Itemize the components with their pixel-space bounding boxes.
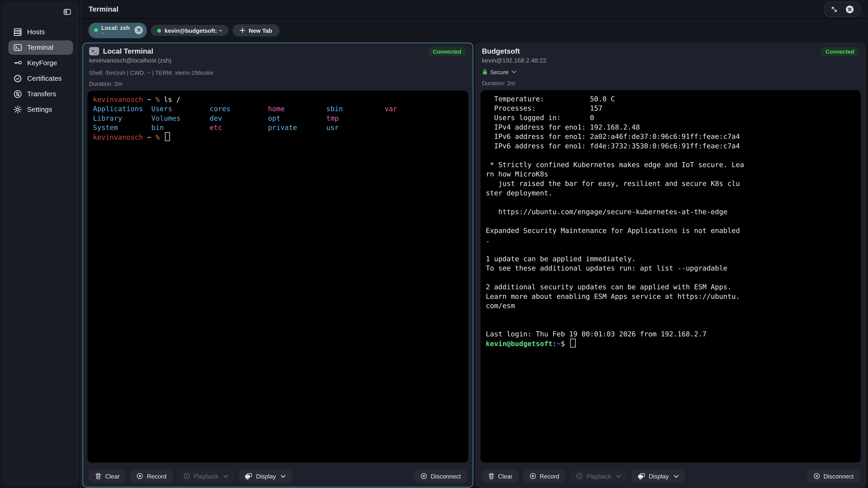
terminal-line: To see these additional updates run: apt… <box>486 263 855 273</box>
sidebar-item-keyforge[interactable]: KeyForge <box>8 56 73 70</box>
disconnect-icon <box>420 473 427 480</box>
tab-bar: Local: zsh ~ kevin@budgetsoft: ~ New Tab <box>81 19 868 42</box>
tab-close-icon <box>136 28 141 32</box>
sidebar-item-settings[interactable]: Settings <box>8 102 73 117</box>
terminal-line: IPv4 address for eno1: 192.168.2.48 <box>486 122 855 132</box>
titlebar: Terminal <box>81 0 868 19</box>
trash-icon <box>488 473 495 480</box>
sidebar-item-transfers[interactable]: Transfers <box>8 87 73 101</box>
local-pane-duration: Duration: 2m <box>89 80 214 87</box>
playback-button[interactable]: Playback <box>177 470 235 483</box>
terminal-line: 2 additional security updates can be app… <box>486 282 855 292</box>
sidebar-item-terminal[interactable]: Terminal <box>8 40 73 55</box>
terminal-line <box>486 151 855 160</box>
key-icon <box>13 59 22 68</box>
chevron-down-icon <box>281 475 286 478</box>
terminal-line: Library Volumes dev opt tmp <box>93 113 463 123</box>
terminal-line: System bin etc private usr <box>93 123 463 132</box>
display-label: Display <box>649 473 669 479</box>
terminal-cursor <box>570 339 576 348</box>
sidebar-panel: Hosts Terminal KeyForge <box>3 3 78 485</box>
display-button[interactable]: Display <box>631 470 685 483</box>
terminal-chip-icon: >_ <box>89 47 99 55</box>
local-terminal-pane: >_ Local Terminal kevinvanosch@localhost… <box>83 42 473 487</box>
remote-pane-duration: Duration: 2m <box>482 79 546 86</box>
terminal-line: kevin@budgetsoft:~$ <box>486 339 855 348</box>
playback-label: Playback <box>193 473 218 479</box>
gear-icon <box>13 105 22 114</box>
record-label: Record <box>147 473 166 479</box>
terminal-line: kevinvanosch ~ % ls / <box>93 95 463 104</box>
play-icon <box>576 473 583 480</box>
security-dropdown[interactable]: Secure <box>482 69 546 75</box>
terminal-line: com/esm <box>486 301 855 311</box>
clear-button[interactable]: Clear <box>89 470 126 483</box>
sidebar-header <box>4 3 78 21</box>
server-stack-icon <box>13 28 22 37</box>
new-tab-button[interactable]: New Tab <box>233 24 279 37</box>
terminal-panes: >_ Local Terminal kevinvanosch@localhost… <box>81 42 868 488</box>
close-icon <box>845 5 854 13</box>
sidebar-nav: Hosts Terminal KeyForge <box>4 21 78 118</box>
terminal-icon <box>13 43 22 52</box>
remote-pane-title: Budgetsoft <box>482 47 520 55</box>
tab-status-dot <box>157 29 161 32</box>
terminal-line: Learn more about enabling ESM Apps servi… <box>486 292 855 301</box>
clear-button[interactable]: Clear <box>481 470 519 483</box>
sidebar-item-certificates[interactable]: Certificates <box>8 71 73 86</box>
tab-close-button[interactable] <box>135 26 143 34</box>
terminal-line <box>486 320 855 329</box>
sidebar-item-label: Transfers <box>27 90 56 98</box>
playback-button[interactable]: Playback <box>570 470 627 483</box>
sidebar-item-label: Hosts <box>27 28 45 36</box>
tab-subtitle: ~ <box>101 31 130 36</box>
sidebar-item-hosts[interactable]: Hosts <box>8 25 73 39</box>
close-window-button[interactable] <box>844 4 855 15</box>
panel-left-icon <box>63 7 71 16</box>
disconnect-label: Disconnect <box>431 473 461 479</box>
terminal-line: 1 update can be applied immediately. <box>486 254 855 263</box>
local-pane-toolbar: Clear Record Playback <box>83 467 472 487</box>
display-button[interactable]: Display <box>239 470 292 483</box>
record-button[interactable]: Record <box>130 470 173 483</box>
tab-remote-budgetsoft[interactable]: kevin@budgetsoft: ~ <box>151 25 229 36</box>
local-terminal-screen[interactable]: kevinvanosch ~ % ls /Applications Users … <box>87 91 468 463</box>
remote-terminal-screen[interactable]: Temperature: 50.0 C Processes: 157 Users… <box>480 90 861 463</box>
security-label: Secure <box>490 69 508 75</box>
disconnect-button[interactable]: Disconnect <box>414 470 467 483</box>
record-icon <box>529 473 536 480</box>
sidebar-item-label: Settings <box>27 106 52 113</box>
terminal-line: just raised the bar for easy, resilient … <box>486 179 855 188</box>
sidebar-item-label: Certificates <box>27 75 62 83</box>
status-badge: Connected <box>428 47 466 57</box>
expand-icon <box>830 5 838 13</box>
sidebar: Hosts Terminal KeyForge <box>0 0 81 488</box>
tab-local-zsh[interactable]: Local: zsh ~ <box>89 23 147 38</box>
terminal-line: IPv6 address for eno1: 2a02:a46f:de37:0:… <box>486 132 855 141</box>
remote-pane-header: Budgetsoft kevin@192.168.2.48:22 Secure … <box>476 43 865 89</box>
window-controls <box>824 1 861 17</box>
terminal-line: Temperature: 50.0 C <box>486 94 855 104</box>
app-window: Hosts Terminal KeyForge <box>0 0 868 488</box>
display-icon <box>638 472 645 480</box>
sidebar-toggle-button[interactable] <box>62 6 72 17</box>
terminal-line <box>486 245 855 254</box>
remote-pane-subtitle: kevin@192.168.2.48:22 <box>482 57 546 64</box>
terminal-line <box>486 197 855 207</box>
lock-icon <box>482 69 488 75</box>
terminal-line: https://ubuntu.com/engage/secure-kuberne… <box>486 207 855 217</box>
terminal-line: Users logged in: 0 <box>486 113 855 122</box>
clear-label: Clear <box>105 473 120 479</box>
disconnect-button[interactable]: Disconnect <box>807 470 860 483</box>
seal-check-icon <box>13 74 22 83</box>
expand-button[interactable] <box>829 4 839 14</box>
display-icon <box>245 472 253 480</box>
remote-pane-header-info: Budgetsoft kevin@192.168.2.48:22 Secure … <box>482 47 546 86</box>
chevron-down-icon <box>616 475 621 478</box>
clear-label: Clear <box>498 473 513 479</box>
sidebar-item-label: Terminal <box>27 44 53 52</box>
record-button[interactable]: Record <box>523 470 565 483</box>
new-tab-label: New Tab <box>249 27 272 34</box>
tab-status-dot <box>94 28 98 32</box>
local-pane-title: Local Terminal <box>103 47 153 55</box>
